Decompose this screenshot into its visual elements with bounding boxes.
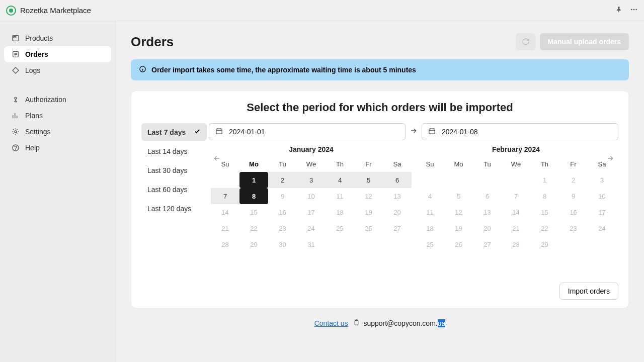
calendar-day[interactable]: 29 bbox=[239, 236, 268, 252]
calendar-day[interactable]: 26 bbox=[444, 236, 473, 252]
sidebar-item-help[interactable]: Help bbox=[4, 140, 111, 156]
weekday-label: We bbox=[297, 158, 326, 172]
calendar-day[interactable]: 13 bbox=[383, 188, 412, 204]
calendar-day[interactable]: 2 bbox=[559, 172, 588, 188]
import-orders-button[interactable]: Import orders bbox=[559, 283, 618, 300]
svg-rect-4 bbox=[14, 37, 16, 38]
calendar-day[interactable]: 21 bbox=[502, 220, 530, 236]
sidebar-item-label: Help bbox=[25, 144, 40, 152]
calendar-day[interactable]: 15 bbox=[239, 204, 268, 220]
calendar-day[interactable]: 3 bbox=[588, 172, 616, 188]
calendar-day[interactable]: 19 bbox=[354, 204, 383, 220]
calendar-day[interactable]: 5 bbox=[354, 172, 383, 188]
calendar-day[interactable]: 13 bbox=[473, 204, 502, 220]
sidebar-item-plans[interactable]: Plans bbox=[4, 108, 111, 124]
calendar-day[interactable]: 21 bbox=[211, 220, 239, 236]
calendar-day[interactable]: 20 bbox=[473, 220, 502, 236]
calendar-day[interactable]: 6 bbox=[383, 172, 412, 188]
preset-option[interactable]: Last 120 days bbox=[141, 200, 207, 217]
calendar-day[interactable]: 12 bbox=[444, 204, 473, 220]
calendar-day[interactable]: 11 bbox=[326, 188, 354, 204]
calendar-day[interactable]: 14 bbox=[211, 204, 239, 220]
calendar-day[interactable]: 4 bbox=[326, 172, 354, 188]
calendar-day[interactable]: 30 bbox=[268, 236, 297, 252]
main: Orders Manual upload orders Order import… bbox=[116, 21, 644, 362]
calendar-day[interactable]: 24 bbox=[588, 220, 616, 236]
calendar-day[interactable]: 12 bbox=[354, 188, 383, 204]
calendar-day[interactable]: 7 bbox=[211, 188, 239, 204]
contact-link[interactable]: Contact us bbox=[314, 319, 348, 327]
calendar-day[interactable]: 7 bbox=[502, 188, 530, 204]
sidebar-item-settings[interactable]: Settings bbox=[4, 124, 111, 140]
sidebar-item-products[interactable]: Products bbox=[4, 30, 111, 46]
pin-icon[interactable] bbox=[615, 6, 623, 15]
calendar-day[interactable]: 3 bbox=[297, 172, 326, 188]
calendar-day[interactable]: 25 bbox=[326, 220, 354, 236]
more-icon[interactable] bbox=[630, 6, 638, 16]
calendar-day[interactable]: 10 bbox=[297, 188, 326, 204]
calendar-day[interactable]: 16 bbox=[268, 204, 297, 220]
calendar-day[interactable]: 6 bbox=[473, 188, 502, 204]
manual-upload-button[interactable]: Manual upload orders bbox=[540, 33, 629, 50]
preset-option[interactable]: Last 60 days bbox=[141, 181, 207, 198]
calendar-day[interactable]: 17 bbox=[297, 204, 326, 220]
calendar-day[interactable]: 16 bbox=[559, 204, 588, 220]
start-date-input[interactable]: 2024-01-01 bbox=[209, 123, 406, 140]
calendar-day[interactable]: 22 bbox=[530, 220, 559, 236]
svg-rect-13 bbox=[216, 129, 222, 134]
calendar-day[interactable]: 4 bbox=[416, 188, 444, 204]
calendar-day[interactable]: 11 bbox=[416, 204, 444, 220]
calendar-day[interactable]: 26 bbox=[354, 220, 383, 236]
plans-icon bbox=[11, 111, 20, 120]
calendar-day[interactable]: 27 bbox=[473, 236, 502, 252]
svg-rect-17 bbox=[429, 129, 435, 134]
calendar-day[interactable]: 25 bbox=[416, 236, 444, 252]
calendar-day bbox=[383, 236, 412, 252]
calendar-day[interactable]: 9 bbox=[268, 188, 297, 204]
calendar-day[interactable]: 1 bbox=[239, 172, 268, 188]
preset-option[interactable]: Last 7 days bbox=[141, 123, 207, 141]
calendar-day[interactable]: 23 bbox=[559, 220, 588, 236]
sidebar-item-logs[interactable]: Logs bbox=[4, 62, 111, 78]
orders-icon bbox=[11, 50, 20, 59]
calendar-day bbox=[211, 172, 239, 188]
end-date-input[interactable]: 2024-01-08 bbox=[422, 123, 618, 140]
info-icon bbox=[139, 65, 146, 74]
arrow-right-icon bbox=[409, 127, 419, 137]
svg-point-0 bbox=[631, 9, 632, 10]
sidebar-item-authorization[interactable]: Authorization bbox=[4, 92, 111, 108]
calendar-day[interactable]: 17 bbox=[588, 204, 616, 220]
calendar-day[interactable]: 18 bbox=[416, 220, 444, 236]
calendar-day[interactable]: 1 bbox=[530, 172, 559, 188]
svg-point-6 bbox=[15, 97, 17, 99]
calendar-day[interactable]: 14 bbox=[502, 204, 530, 220]
preset-label: Last 60 days bbox=[147, 186, 187, 194]
calendar-day[interactable]: 28 bbox=[211, 236, 239, 252]
calendar-day[interactable]: 29 bbox=[530, 236, 559, 252]
calendar-day[interactable]: 24 bbox=[297, 220, 326, 236]
preset-option[interactable]: Last 30 days bbox=[141, 162, 207, 179]
calendar-day[interactable]: 2 bbox=[268, 172, 297, 188]
prev-month-button[interactable] bbox=[213, 154, 221, 164]
calendar-day[interactable]: 31 bbox=[297, 236, 326, 252]
calendar-day[interactable]: 15 bbox=[530, 204, 559, 220]
calendar-day[interactable]: 5 bbox=[444, 188, 473, 204]
preset-option[interactable]: Last 14 days bbox=[141, 143, 207, 160]
next-month-button[interactable] bbox=[606, 154, 614, 164]
sidebar-item-orders[interactable]: Orders bbox=[4, 46, 111, 62]
calendar-day[interactable]: 19 bbox=[444, 220, 473, 236]
calendar-day[interactable]: 23 bbox=[268, 220, 297, 236]
calendar-day[interactable]: 28 bbox=[502, 236, 530, 252]
calendar-day[interactable]: 8 bbox=[530, 188, 559, 204]
calendar-day[interactable]: 22 bbox=[239, 220, 268, 236]
calendar-day[interactable]: 20 bbox=[383, 204, 412, 220]
calendar-day[interactable]: 10 bbox=[588, 188, 616, 204]
refresh-button[interactable] bbox=[516, 33, 536, 50]
calendar-day[interactable]: 18 bbox=[326, 204, 354, 220]
svg-point-1 bbox=[633, 9, 635, 10]
calendar-day[interactable]: 8 bbox=[239, 188, 268, 204]
weekday-label: Tu bbox=[268, 158, 297, 172]
calendar-day[interactable]: 27 bbox=[383, 220, 412, 236]
end-date-value: 2024-01-08 bbox=[442, 128, 478, 136]
calendar-day[interactable]: 9 bbox=[559, 188, 588, 204]
